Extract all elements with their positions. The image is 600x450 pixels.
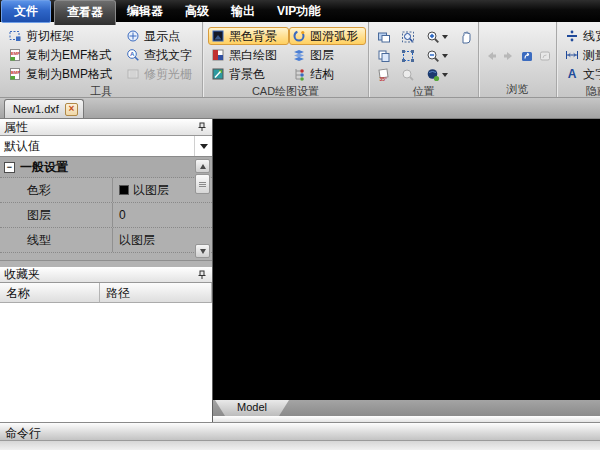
- property-value-text: 0: [119, 208, 126, 222]
- property-value-text: 以图层: [119, 232, 155, 249]
- show-points-button[interactable]: 显示点: [123, 27, 199, 45]
- copy-emf-button[interactable]: EMF 复制为EMF格式: [5, 46, 123, 64]
- property-value[interactable]: 以图层: [112, 178, 194, 202]
- layers-button[interactable]: 图层: [289, 46, 366, 64]
- line-width-icon: [565, 29, 579, 43]
- ribbon-group-browse: 浏览: [479, 22, 557, 97]
- restore-view-button[interactable]: [520, 29, 534, 82]
- zoom-extents-button[interactable]: [396, 46, 420, 65]
- zoom-in-button[interactable]: [420, 27, 453, 46]
- copy-view-icon: [377, 49, 391, 63]
- copy-bmp-label: 复制为BMP格式: [26, 66, 112, 83]
- background-color-button[interactable]: 背景色: [208, 65, 289, 83]
- background-color-label: 背景色: [229, 66, 265, 83]
- show-points-icon: [126, 29, 140, 43]
- property-group-row[interactable]: − 一般设置: [0, 157, 212, 178]
- menu-item-editor[interactable]: 编辑器: [116, 0, 174, 23]
- zoom-window-button[interactable]: [396, 27, 420, 46]
- zoom-3d-orbit-icon: [426, 68, 440, 82]
- property-value[interactable]: 以图层: [112, 228, 194, 252]
- favorites-header: 收藏夹: [0, 267, 212, 283]
- favorites-list[interactable]: [0, 303, 212, 422]
- properties-header: 属性: [0, 119, 212, 136]
- black-white-draw-icon: [211, 48, 225, 62]
- smooth-arc-label: 圆滑弧形: [310, 28, 358, 45]
- black-background-icon: [211, 29, 225, 43]
- pin-icon[interactable]: [197, 122, 207, 132]
- menu-item-file[interactable]: 文件: [1, 0, 51, 23]
- zoom-in-dropdown-icon[interactable]: [442, 35, 448, 39]
- tab-close-icon[interactable]: ×: [65, 103, 78, 116]
- black-background-toggle[interactable]: 黑色背景: [208, 27, 289, 45]
- structure-button[interactable]: 结构: [289, 65, 366, 83]
- copy-bmp-button[interactable]: BMP 复制为BMP格式: [5, 65, 123, 83]
- scrollbar-thumb[interactable]: [195, 174, 210, 194]
- pan-hand-icon: [459, 30, 473, 44]
- command-line-label: 命令行: [5, 426, 41, 440]
- model-tab[interactable]: Model: [215, 400, 289, 416]
- property-value[interactable]: 0: [112, 203, 194, 227]
- svg-text:BMP: BMP: [11, 70, 21, 75]
- position-grid-spacer: [453, 46, 478, 65]
- text-button[interactable]: A 文字: [562, 65, 600, 83]
- menu-item-advanced[interactable]: 高级: [174, 0, 220, 23]
- zoom-out-dropdown-icon[interactable]: [442, 54, 448, 58]
- left-panel: 属性 默认值 − 一般设置 色彩 以图层 图层 0: [0, 119, 213, 422]
- cut-frame-label: 剪切框架: [26, 28, 74, 45]
- copy-emf-icon: EMF: [8, 48, 22, 62]
- zoom-out-button[interactable]: [420, 46, 453, 65]
- black-background-label: 黑色背景: [229, 28, 277, 45]
- menu-item-output[interactable]: 输出: [220, 0, 266, 23]
- fit-window-button[interactable]: [372, 27, 396, 46]
- group-label-position: 位置: [369, 84, 478, 97]
- drawing-canvas[interactable]: [213, 119, 600, 400]
- find-text-label: 查找文字: [144, 47, 192, 64]
- property-row-linetype[interactable]: 线型 以图层: [0, 228, 212, 253]
- line-width-label: 线宽: [583, 28, 600, 45]
- save-view-icon: [538, 49, 552, 63]
- zoom-out-icon: [426, 49, 440, 63]
- property-preset-select[interactable]: 默认值: [0, 136, 212, 157]
- scroll-up-icon[interactable]: [195, 159, 210, 173]
- property-row-color[interactable]: 色彩 以图层: [0, 178, 212, 203]
- ribbon-group-cad-settings: 黑色背景 黑白绘图 背景色 圆滑弧形 图层: [203, 22, 369, 97]
- drawing-area: Model: [213, 119, 600, 422]
- pan-button[interactable]: [453, 27, 478, 46]
- measure-button[interactable]: 测量: [562, 46, 600, 64]
- find-text-button[interactable]: A 查找文字: [123, 46, 199, 64]
- zoom-3d-dropdown-icon[interactable]: [442, 73, 448, 77]
- copy-view-button[interactable]: [372, 46, 396, 65]
- smooth-arc-toggle[interactable]: 圆滑弧形: [289, 27, 366, 45]
- line-width-button[interactable]: 线宽: [562, 27, 600, 45]
- trim-raster-button: 修剪光栅: [123, 65, 199, 83]
- property-grid: − 一般设置 色彩 以图层 图层 0 线型 以图层: [0, 157, 212, 261]
- rotate-angle-button[interactable]: 35°: [372, 65, 396, 84]
- favorites-column-name[interactable]: 名称: [0, 283, 100, 303]
- document-tab-bar: New1.dxf ×: [0, 98, 600, 119]
- trim-raster-icon: [126, 67, 140, 81]
- menu-item-viewer[interactable]: 查看器: [54, 0, 116, 25]
- command-line-bar[interactable]: 命令行: [0, 422, 600, 441]
- cut-frame-button[interactable]: 剪切框架: [5, 27, 123, 45]
- property-label: 图层: [0, 207, 112, 224]
- property-scrollbar[interactable]: [195, 159, 210, 258]
- favorites-title: 收藏夹: [4, 266, 40, 283]
- strip-gap: [213, 416, 600, 422]
- zoom-extents-icon: [401, 49, 415, 63]
- group-label-hide: 隐藏: [557, 84, 600, 97]
- black-white-draw-button[interactable]: 黑白绘图: [208, 46, 289, 64]
- layout-tab-strip: Model: [213, 400, 600, 416]
- menu-item-vip[interactable]: VIP功能: [266, 0, 331, 23]
- zoom-3d-orbit-button[interactable]: [420, 65, 453, 84]
- find-text-icon: A: [126, 48, 140, 62]
- favorites-column-path[interactable]: 路径: [100, 283, 212, 303]
- document-tab-new1[interactable]: New1.dxf ×: [4, 99, 84, 118]
- collapse-icon[interactable]: −: [4, 162, 15, 173]
- chevron-down-icon[interactable]: [194, 136, 212, 156]
- group-label-browse: 浏览: [479, 82, 556, 97]
- structure-label: 结构: [310, 66, 334, 83]
- property-row-layer[interactable]: 图层 0: [0, 203, 212, 228]
- ribbon: 剪切框架 EMF 复制为EMF格式 BMP 复制为BMP格式 显示点 A: [0, 22, 600, 98]
- pin-icon[interactable]: [197, 270, 207, 280]
- scroll-down-icon[interactable]: [195, 244, 210, 258]
